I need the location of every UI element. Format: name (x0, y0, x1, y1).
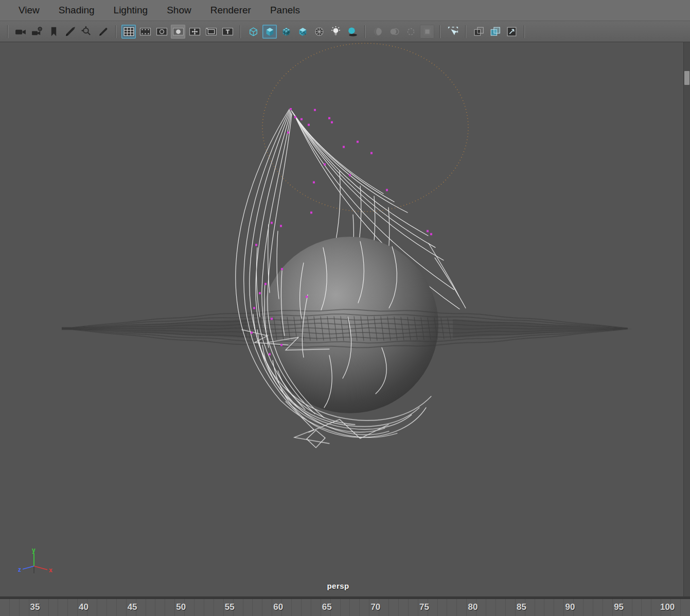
scene-canvas[interactable] (0, 42, 690, 596)
resolution-gate-icon[interactable] (154, 25, 169, 39)
axis-z-label: z (18, 566, 21, 573)
frame-label-70: 70 (370, 602, 380, 612)
cv-point (427, 230, 429, 232)
frame-label-50: 50 (176, 602, 186, 612)
frame-label-60: 60 (273, 602, 283, 612)
axis-z (23, 566, 34, 569)
use-all-lights-icon[interactable] (312, 25, 326, 39)
cv-point (269, 353, 271, 355)
image-plane-icon[interactable] (63, 25, 77, 39)
axis-x (34, 566, 47, 570)
frame-label-85: 85 (517, 602, 526, 612)
frame-label-40: 40 (79, 602, 89, 612)
cv-point (264, 283, 267, 285)
cv-point (430, 233, 432, 235)
cv-point (271, 318, 273, 320)
menu-item-show[interactable]: Show (167, 5, 191, 16)
default-lighting-icon[interactable] (328, 25, 343, 39)
viewport-scrollbar[interactable] (683, 42, 690, 596)
multisample-aa-icon[interactable] (403, 25, 418, 39)
hair-curve (435, 258, 466, 308)
toolbar-separator (115, 25, 116, 38)
cv-point (294, 116, 296, 118)
cv-point (343, 146, 345, 148)
safe-action-icon[interactable] (204, 25, 218, 39)
cv-point (349, 174, 351, 176)
menu-item-panels[interactable]: Panels (270, 5, 300, 16)
bookmark-icon[interactable] (46, 25, 61, 39)
viewport[interactable]: yxz persp (0, 42, 690, 599)
depth-of-field-icon[interactable] (420, 25, 434, 39)
toolbar-separator (465, 25, 466, 38)
menu-item-view[interactable]: View (19, 5, 40, 16)
frame-label-90: 90 (565, 602, 575, 612)
grid-icon[interactable] (121, 25, 136, 39)
maya-viewport-panel: ViewShadingLightingShowRendererPanels yx… (0, 0, 690, 616)
frame-label-55: 55 (225, 602, 235, 612)
menu-item-shading[interactable]: Shading (59, 5, 95, 16)
menu-item-lighting[interactable]: Lighting (114, 5, 148, 16)
gate-mask-icon[interactable] (171, 25, 185, 39)
menu-item-renderer[interactable]: Renderer (210, 5, 251, 16)
isolate-select-icon[interactable] (446, 25, 460, 39)
motion-blur-icon[interactable] (387, 25, 401, 39)
cv-point (255, 244, 257, 246)
frame-label-95: 95 (614, 602, 624, 612)
frame-selection-icon[interactable] (504, 25, 519, 39)
select-camera-icon[interactable] (13, 25, 28, 39)
cv-point (271, 222, 273, 224)
cv-point (331, 121, 333, 124)
frame-label-75: 75 (419, 602, 429, 612)
cv-point (314, 109, 316, 111)
panel-menubar: ViewShadingLightingShowRendererPanels (0, 0, 690, 21)
cv-point (386, 189, 388, 191)
film-gate-icon[interactable] (138, 25, 152, 39)
cv-point (280, 344, 282, 346)
hair-curve (307, 430, 325, 448)
camera-attributes-icon[interactable] (30, 25, 44, 39)
cv-point (324, 163, 326, 165)
axis-gizmo: yxz (16, 548, 60, 582)
frame-label-65: 65 (322, 602, 332, 612)
axis-y-label: y (32, 548, 36, 554)
pan-zoom-icon[interactable] (79, 25, 94, 39)
panel-toolbar (0, 21, 690, 42)
cv-point (287, 132, 289, 134)
cv-point (300, 118, 303, 120)
xray-active-icon[interactable] (488, 25, 502, 39)
time-slider[interactable]: 35404550556065707580859095100 (0, 599, 690, 616)
cv-point (308, 124, 310, 126)
smooth-shade-mode-icon[interactable] (262, 25, 277, 39)
cv-point (259, 292, 261, 294)
toolbar-separator (364, 25, 365, 38)
xray-icon[interactable] (471, 25, 486, 39)
toolbar-separator (7, 25, 8, 38)
light-manipulator-circle (262, 43, 468, 212)
frame-label-35: 35 (30, 602, 40, 612)
scrollbar-thumb[interactable] (684, 71, 689, 85)
frame-label-80: 80 (468, 602, 477, 612)
field-chart-icon[interactable] (187, 25, 202, 39)
cv-point (280, 225, 282, 227)
cv-point (281, 268, 283, 270)
cv-point (253, 307, 255, 309)
cv-point (370, 152, 373, 154)
hair-curve (256, 248, 260, 317)
safe-title-icon[interactable] (220, 25, 235, 39)
grease-pencil-icon[interactable] (96, 25, 110, 39)
cv-point (313, 181, 315, 183)
shadows-icon[interactable] (345, 25, 359, 39)
axis-x-label: x (49, 567, 52, 574)
wireframe-on-shaded-icon[interactable] (279, 25, 293, 39)
wireframe-mode-icon[interactable] (246, 25, 260, 39)
hair-curve (294, 115, 444, 260)
camera-label: persp (327, 582, 349, 590)
cv-point (306, 296, 308, 298)
cv-point (251, 331, 253, 333)
textured-mode-icon[interactable] (295, 25, 310, 39)
cv-point (357, 140, 359, 143)
occlusion-icon[interactable] (370, 25, 385, 39)
hair-curve (292, 111, 394, 202)
toolbar-separator (439, 25, 440, 38)
frame-label-45: 45 (128, 602, 137, 612)
